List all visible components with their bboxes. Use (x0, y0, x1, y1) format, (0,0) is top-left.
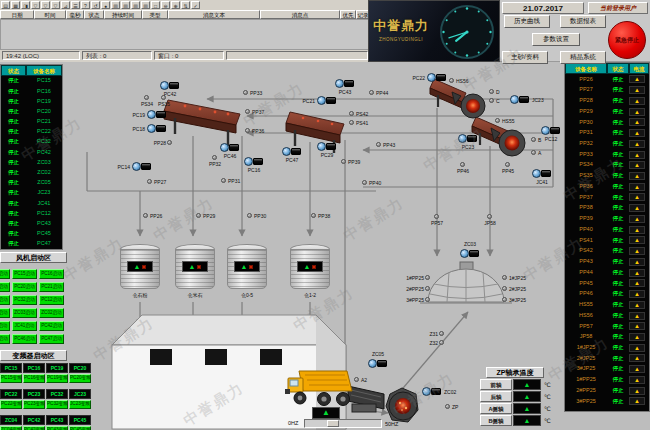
sensor-point-PP38[interactable] (311, 213, 316, 218)
device-row[interactable]: PP44停止▲ (565, 267, 649, 278)
view1-icon[interactable]: ▥ (111, 1, 120, 9)
sensor-point-Z32[interactable] (439, 340, 444, 345)
motor-ZC05[interactable] (368, 359, 388, 369)
emergency-stop-button[interactable]: 紧急停止 (608, 21, 646, 59)
motor-PC42[interactable] (160, 81, 180, 91)
sensor-point-PP44[interactable] (369, 90, 374, 95)
sensor-point-PP28[interactable] (167, 140, 172, 145)
view3-icon[interactable]: ▥ (131, 1, 140, 9)
vfd-start-button[interactable]: JC23变频 (69, 400, 91, 409)
topbar-button-3[interactable]: 参数设置 (532, 33, 580, 46)
device-row[interactable]: PP27停止▲ (565, 85, 649, 96)
sensor-point-PP39[interactable] (341, 159, 346, 164)
device-row[interactable]: 停止PC16 (1, 86, 62, 96)
motor-PC43[interactable] (335, 79, 355, 89)
refresh-icon[interactable]: ↺ (91, 1, 100, 9)
sensor-point-3#JP25[interactable] (502, 297, 507, 302)
sensor-point-A2[interactable] (354, 377, 359, 382)
motor-ZC03[interactable] (460, 249, 480, 259)
device-row[interactable]: 2#PP25停止▲ (565, 385, 649, 396)
alarm-column-header[interactable]: 持续时间 (104, 10, 142, 19)
alarm-column-header[interactable]: 毫秒 (66, 10, 84, 19)
frame-icon[interactable]: □ (151, 1, 160, 9)
vfd-start-button[interactable]: PC16变频 (23, 374, 45, 383)
device-row[interactable]: 停止ZC05 (1, 178, 62, 188)
device-row[interactable]: PS35停止▲ (565, 171, 649, 182)
vfd-start-button[interactable]: PC43变频 (46, 426, 68, 430)
motor-PC23[interactable] (458, 134, 478, 144)
sensor-point-PP37[interactable] (245, 109, 250, 114)
fan-start-button[interactable]: PC12启动 (39, 295, 64, 305)
device-row[interactable]: PS41停止▲ (565, 235, 649, 246)
fan-start-button[interactable]: PC42启动 (39, 321, 64, 331)
fan-start-button[interactable]: PC14启动 (0, 269, 10, 279)
sensor-point-A[interactable] (531, 150, 536, 155)
device-row[interactable]: 停止PC42 (1, 147, 62, 157)
device-row[interactable]: JP58停止▲ (565, 332, 649, 343)
topbar-button-2[interactable]: 数据报表 (560, 15, 606, 28)
device-row[interactable]: PP37停止▲ (565, 192, 649, 203)
device-row[interactable]: 停止JC23 (1, 188, 62, 198)
sensor-point-PP43[interactable] (376, 142, 381, 147)
device-row[interactable]: PP36停止▲ (565, 181, 649, 192)
device-row[interactable]: PP29停止▲ (565, 106, 649, 117)
sensor-point-PP33[interactable] (243, 90, 248, 95)
zoom-in-icon[interactable]: ⊕ (171, 1, 180, 9)
motor-JC23[interactable] (510, 95, 530, 105)
fan-start-button[interactable]: PC47启动 (39, 334, 64, 344)
sensor-point-PP26[interactable] (143, 213, 148, 218)
sensor-point-1#PP25[interactable] (425, 275, 430, 280)
sensor-point-PP40[interactable] (362, 180, 367, 185)
frequency-slider[interactable] (304, 419, 382, 428)
alarm-table-body[interactable] (0, 19, 370, 50)
motor-PC46[interactable] (220, 143, 240, 153)
device-row[interactable]: PP28停止▲ (565, 95, 649, 106)
motor-ZC02[interactable] (422, 387, 442, 397)
sensor-point-PS41[interactable] (349, 120, 354, 125)
device-row[interactable]: HS55停止▲ (565, 299, 649, 310)
motor-PC19[interactable] (147, 110, 167, 120)
topbar-button-5[interactable]: 精品系统 (560, 51, 606, 64)
sensor-point-PP36[interactable] (245, 128, 250, 133)
device-row[interactable]: 停止PC19 (1, 96, 62, 106)
device-row[interactable]: PP46停止▲ (565, 289, 649, 300)
device-row[interactable]: 停止PC32 (1, 137, 62, 147)
device-row[interactable]: 停止PC43 (1, 219, 62, 229)
sensor-point-PP45[interactable] (505, 162, 510, 167)
alarm-column-header[interactable]: 状态 (84, 10, 104, 19)
fan-start-button[interactable]: PC15启动 (12, 269, 37, 279)
sensor-point-PP46[interactable] (460, 162, 465, 167)
sensor-point-C[interactable] (489, 98, 494, 103)
topbar-button-1[interactable]: 历史曲线 (504, 15, 550, 28)
vfd-start-button[interactable]: PC19变频 (46, 374, 68, 383)
frequency-slider-thumb[interactable] (327, 420, 339, 427)
device-row[interactable]: 2#JP25停止▲ (565, 353, 649, 364)
vfd-start-button[interactable]: PC23变频 (23, 400, 45, 409)
alarm-column-header[interactable]: 时间 (34, 10, 66, 19)
vfd-start-button[interactable]: PC22变频 (0, 400, 22, 409)
device-row[interactable]: PP39停止▲ (565, 214, 649, 225)
device-row[interactable]: PP33停止▲ (565, 149, 649, 160)
sort-asc-icon[interactable]: ⇅ (181, 1, 190, 9)
sensor-point-D[interactable] (489, 89, 494, 94)
device-row[interactable]: HS56停止▲ (565, 310, 649, 321)
motor-PC14[interactable] (132, 162, 152, 172)
device-row[interactable]: 停止PC47 (1, 239, 62, 249)
device-row[interactable]: 停止PC15 (1, 76, 62, 86)
device-row[interactable]: PP31停止▲ (565, 128, 649, 139)
vfd-start-button[interactable]: ZC04变频 (0, 426, 22, 430)
fan-start-button[interactable]: ZC05启动 (0, 308, 10, 318)
alarm-column-header[interactable]: 消息文本 (168, 10, 260, 19)
sensor-point-PP31[interactable] (221, 178, 226, 183)
topbar-button-4[interactable]: 主砂/资料 (502, 51, 548, 64)
record-icon[interactable]: ● (101, 1, 110, 9)
motor-PC29[interactable] (317, 142, 337, 152)
sort-icon[interactable]: ⊿ (61, 1, 70, 9)
device-row[interactable]: 停止PC21 (1, 117, 62, 127)
sensor-point-PP27[interactable] (147, 179, 152, 184)
fan-start-button[interactable]: PC20启动 (12, 282, 37, 292)
sensor-point-1#JP25[interactable] (502, 275, 507, 280)
device-row[interactable]: 3#PP25停止▲ (565, 396, 649, 407)
sensor-point-PS42[interactable] (349, 111, 354, 116)
alarm-column-header[interactable]: 类型 (142, 10, 168, 19)
